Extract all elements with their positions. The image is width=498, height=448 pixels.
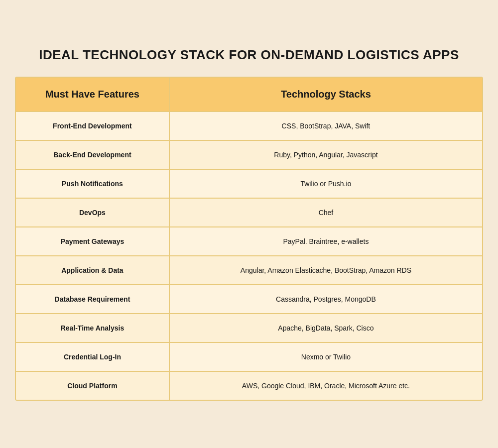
table-row: Cloud PlatformAWS, Google Cloud, IBM, Or… [16,372,482,400]
feature-cell: Front-End Development [16,112,170,140]
table-row: Database RequirementCassandra, Postgres,… [16,285,482,314]
feature-cell: Credential Log-In [16,343,170,371]
stack-cell: CSS, BootStrap, JAVA, Swift [170,112,482,140]
header-stacks: Technology Stacks [170,78,482,111]
feature-cell: Payment Gateways [16,227,170,255]
feature-cell: Back-End Development [16,141,170,169]
table-row: Front-End DevelopmentCSS, BootStrap, JAV… [16,112,482,141]
main-table: Must Have Features Technology Stacks Fro… [15,77,483,401]
table-row: Real-Time AnalysisApache, BigData, Spark… [16,314,482,343]
table-header: Must Have Features Technology Stacks [16,78,482,112]
stack-cell: Nexmo or Twilio [170,343,482,371]
stack-cell: Ruby, Python, Angular, Javascript [170,141,482,169]
header-features: Must Have Features [16,78,170,111]
page-title: IDEAL TECHNOLOGY STACK FOR ON-DEMAND LOG… [15,47,483,63]
feature-cell: DevOps [16,199,170,226]
table-row: Credential Log-InNexmo or Twilio [16,343,482,372]
table-row: Push NotificationsTwilio or Push.io [16,170,482,199]
table-row: Payment GatewaysPayPal. Braintree, e-wal… [16,227,482,256]
feature-cell: Cloud Platform [16,372,170,400]
stack-cell: Angular, Amazon Elasticache, BootStrap, … [170,256,482,284]
feature-cell: Application & Data [16,256,170,284]
table-row: Back-End DevelopmentRuby, Python, Angula… [16,141,482,170]
stack-cell: AWS, Google Cloud, IBM, Oracle, Microsof… [170,372,482,400]
stack-cell: Cassandra, Postgres, MongoDB [170,285,482,313]
stack-cell: Twilio or Push.io [170,170,482,198]
table-row: Application & DataAngular, Amazon Elasti… [16,256,482,285]
table-body: Front-End DevelopmentCSS, BootStrap, JAV… [16,112,482,400]
feature-cell: Push Notifications [16,170,170,198]
stack-cell: PayPal. Braintree, e-wallets [170,227,482,255]
page-wrapper: IDEAL TECHNOLOGY STACK FOR ON-DEMAND LOG… [15,37,483,411]
feature-cell: Real-Time Analysis [16,314,170,342]
stack-cell: Apache, BigData, Spark, Cisco [170,314,482,342]
stack-cell: Chef [170,199,482,226]
table-row: DevOpsChef [16,199,482,227]
feature-cell: Database Requirement [16,285,170,313]
